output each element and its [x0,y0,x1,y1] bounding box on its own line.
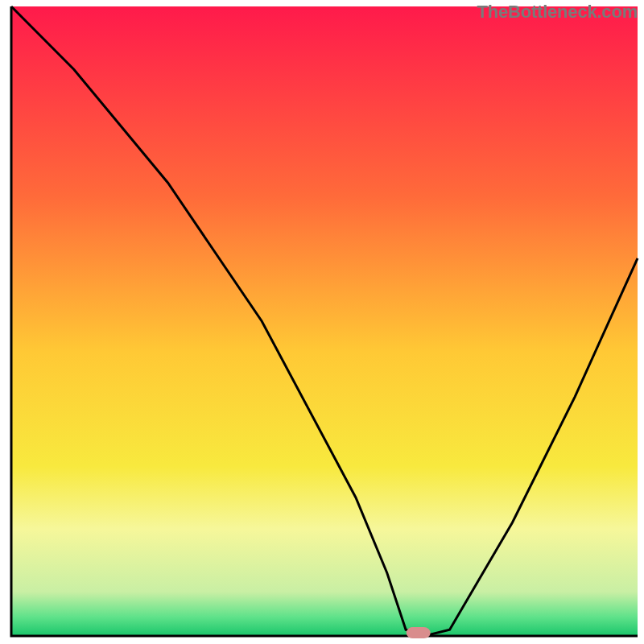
plot-background [11,6,638,636]
watermark-text: TheBottleneck.com [477,2,638,23]
chart-frame: TheBottleneck.com [0,0,644,644]
bottleneck-chart [0,0,644,644]
optimum-marker [407,627,431,638]
